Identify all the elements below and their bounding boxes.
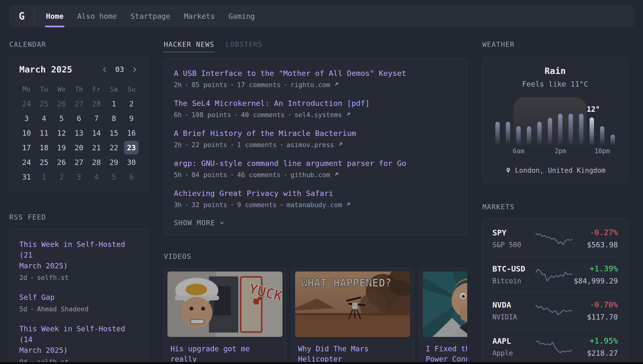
news-item-source-link[interactable]: asimov.press: [287, 141, 334, 148]
weekday-label: Sa: [105, 82, 123, 96]
calendar-day[interactable]: 3: [70, 170, 88, 184]
calendar-day[interactable]: 14: [88, 126, 105, 140]
calendar-day[interactable]: 2: [53, 170, 70, 184]
news-item-title[interactable]: A USB Interface to the "Mother of All De…: [174, 69, 457, 78]
news-item-source-link[interactable]: sel4.systems: [294, 111, 342, 118]
nav-tab-also-home[interactable]: Also home: [77, 5, 117, 27]
calendar-day[interactable]: 11: [36, 126, 53, 140]
news-item-title[interactable]: Achieving Great Privacy with Safari: [174, 189, 457, 198]
hacker-news-widget: A USB Interface to the "Mother of All De…: [164, 58, 467, 236]
calendar-day[interactable]: 9: [123, 111, 140, 126]
news-item-comments: 1 comments: [237, 141, 277, 148]
calendar-day[interactable]: 28: [88, 155, 105, 170]
news-item-source-link[interactable]: righto.com: [291, 81, 330, 88]
weather-bar-cell: [545, 99, 555, 145]
video-card[interactable]: WHAT HAPPENED?Why Did The Mars Helicopte…: [291, 268, 414, 364]
calendar-day[interactable]: 2: [123, 96, 140, 111]
news-item-title[interactable]: A Brief History of the Miracle Bacterium: [174, 129, 457, 138]
calendar-day[interactable]: 24: [18, 155, 36, 170]
calendar-day[interactable]: 5: [53, 111, 70, 126]
news-item-source-link[interactable]: github.com: [291, 171, 330, 178]
calendar-day[interactable]: 3: [18, 111, 36, 126]
market-row-spy[interactable]: SPYS&P 500-0.27%$563.98: [491, 220, 619, 256]
calendar-day[interactable]: 4: [36, 111, 53, 126]
news-item-points: 22 points: [192, 141, 227, 148]
rss-item-title[interactable]: Self Gap: [19, 292, 139, 303]
calendar-day[interactable]: 31: [18, 170, 36, 184]
calendar-day[interactable]: 1: [36, 170, 53, 184]
rss-item-title[interactable]: This Week in Self-Hosted (21 March 2025): [19, 239, 139, 271]
calendar-day[interactable]: 1: [105, 96, 123, 111]
calendar-day[interactable]: 10: [18, 126, 36, 140]
rss-item-title[interactable]: This Week in Self-Hosted (14 March 2025): [19, 324, 139, 356]
calendar-day[interactable]: 16: [123, 126, 140, 140]
calendar-day[interactable]: 7: [88, 111, 105, 126]
rss-item: This Week in Self-Hosted (21 March 2025)…: [19, 239, 139, 281]
calendar-day[interactable]: 13: [70, 126, 88, 140]
calendar-day[interactable]: 19: [53, 140, 70, 155]
calendar-day[interactable]: 12: [53, 126, 70, 140]
video-title[interactable]: Why Did The Mars Helicopter Disappear?: [298, 344, 407, 364]
market-sparkline: [536, 266, 572, 283]
nav-tab-home[interactable]: Home: [46, 5, 64, 27]
calendar-day[interactable]: 17: [18, 140, 36, 155]
calendar-day[interactable]: 15: [105, 126, 123, 140]
market-row-nvda[interactable]: NVDANVIDIA-0.70%$117.70: [491, 292, 619, 328]
news-tab-hacker-news[interactable]: HACKER NEWS: [164, 40, 214, 52]
calendar-day[interactable]: 6: [123, 170, 140, 184]
calendar-day[interactable]: 27: [70, 96, 88, 111]
left-column: CALENDAR March 2025 03 MoTuWeThFrSaSu242…: [9, 40, 149, 364]
market-row-aapl[interactable]: AAPLApple+1.95%$218.27: [491, 328, 619, 364]
dashboard-columns: CALENDAR March 2025 03 MoTuWeThFrSaSu242…: [9, 40, 634, 364]
app-logo[interactable]: G: [9, 5, 35, 27]
hn-show-more-button[interactable]: SHOW MORE: [174, 219, 457, 227]
calendar-day[interactable]: 5: [105, 170, 123, 184]
video-card[interactable]: YUCKHis upgrade got me really dirty - AM…: [164, 268, 286, 364]
calendar-day[interactable]: 8: [105, 111, 123, 126]
calendar-day[interactable]: 26: [53, 96, 70, 111]
calendar-day[interactable]: 28: [88, 96, 105, 111]
rss-item-source: Ahmad Shadeed: [37, 305, 89, 313]
weather-bar: [516, 126, 521, 145]
weather-time-axis: 6am2pm10pm: [492, 147, 618, 158]
calendar-day[interactable]: 18: [36, 140, 53, 155]
thumbnail-dim-overlay: [423, 272, 467, 337]
calendar-day-selected[interactable]: 23: [124, 141, 139, 154]
calendar-day[interactable]: 24: [18, 96, 36, 111]
separator-dot: •: [185, 142, 188, 148]
calendar-day[interactable]: 4: [88, 170, 105, 184]
nav-tab-startpage[interactable]: Startpage: [131, 5, 170, 27]
separator-dot: •: [280, 202, 283, 208]
news-item-source-link[interactable]: matanabudy.com: [287, 201, 342, 208]
market-row-btc-usd[interactable]: BTC-USDBitcoin+1.39%$84,999.29: [491, 256, 619, 292]
video-title[interactable]: His upgrade got me really dirty - AMD $5…: [170, 344, 280, 364]
weather-bar: [600, 126, 604, 145]
nav-tab-markets[interactable]: Markets: [184, 5, 215, 27]
calendar-day[interactable]: 6: [70, 111, 88, 126]
calendar-day[interactable]: 21: [88, 140, 105, 155]
news-item-comments: 17 comments: [237, 81, 281, 88]
news-item-title[interactable]: argp: GNU-style command line argument pa…: [174, 159, 457, 168]
calendar-day[interactable]: 25: [36, 96, 53, 111]
app-logo-letter: G: [19, 10, 25, 22]
calendar-day[interactable]: 30: [123, 155, 140, 170]
calendar-day[interactable]: 22: [105, 140, 123, 155]
video-title[interactable]: I Fixed the 5 Power Connect: [426, 344, 467, 364]
calendar-day[interactable]: 20: [70, 140, 88, 155]
calendar-day[interactable]: 25: [36, 155, 53, 170]
hacker-news-list: A USB Interface to the "Mother of All De…: [174, 69, 457, 208]
calendar-day[interactable]: 26: [53, 155, 70, 170]
calendar-prev-icon[interactable]: [101, 66, 109, 74]
news-tab-lobsters[interactable]: LOBSTERS: [226, 40, 262, 52]
weather-section-title: WEATHER: [482, 40, 628, 48]
separator-dot: •: [185, 112, 188, 118]
market-sparkline: [536, 302, 572, 319]
news-item-title[interactable]: The SeL4 Microkernel: An Introduction [p…: [174, 99, 457, 108]
external-link-icon: [345, 201, 351, 208]
calendar-day[interactable]: 29: [105, 155, 123, 170]
news-item-comments: 9 comments: [237, 201, 277, 208]
nav-tab-gaming[interactable]: Gaming: [229, 5, 255, 27]
video-card[interactable]: DOTHTI Fixed the 5 Power Connect3d•Linus…: [419, 268, 467, 364]
calendar-day[interactable]: 27: [70, 155, 88, 170]
calendar-next-icon[interactable]: [130, 66, 139, 74]
